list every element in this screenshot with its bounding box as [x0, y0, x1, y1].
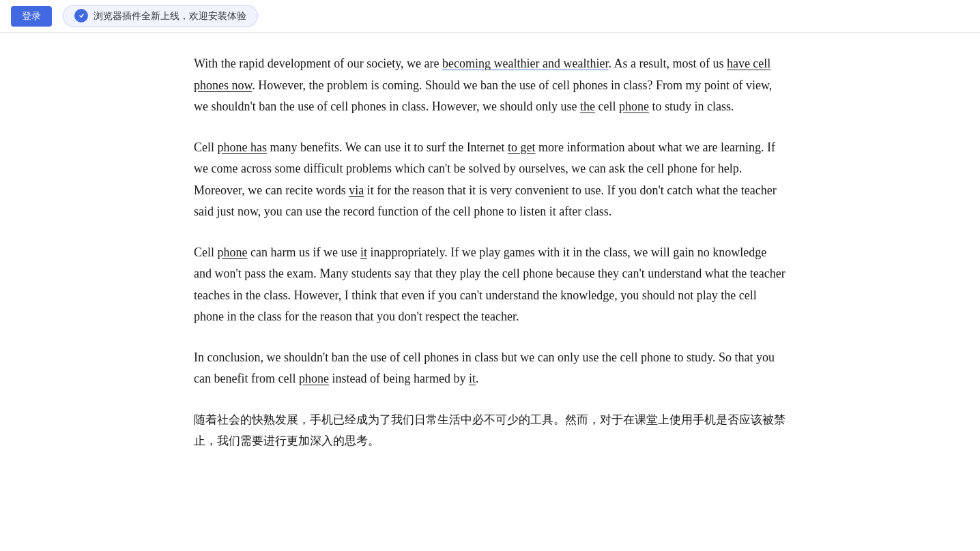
paragraph-4: In conclusion, we shouldn't ban the use … — [194, 347, 786, 390]
p4-text-3: . — [476, 372, 479, 385]
topbar: 登录 浏览器插件全新上线，欢迎安装体验 — [0, 0, 980, 33]
p1-underline-becoming: becoming wealthier and wealthier — [442, 57, 608, 70]
paragraph-5-chinese: 随着社会的快熟发展，手机已经成为了我们日常生活中必不可少的工具。然而，对于在课堂… — [194, 409, 786, 452]
p1-text-start: With the rapid development of our societ… — [194, 57, 442, 70]
plugin-notice-banner[interactable]: 浏览器插件全新上线，欢迎安装体验 — [63, 5, 258, 28]
p3-text-start: Cell — [194, 245, 218, 259]
p3-underline-phone: phone — [218, 245, 248, 259]
main-content: With the rapid development of our societ… — [0, 33, 980, 498]
p2-underline-via: via — [349, 183, 364, 197]
p4-underline-it: it — [469, 372, 476, 385]
p4-text-2: instead of being harmed by — [329, 372, 469, 385]
paragraph-3: Cell phone can harm us if we use it inap… — [194, 242, 786, 328]
p1-text-5: to study in class. — [649, 100, 734, 113]
p1-underline-the: the — [580, 100, 595, 113]
p3-text-2: can harm us if we use — [248, 245, 360, 259]
svg-point-0 — [78, 12, 85, 19]
login-button[interactable]: 登录 — [11, 6, 52, 27]
plugin-icon — [74, 9, 88, 23]
paragraph-1: With the rapid development of our societ… — [194, 53, 786, 118]
p1-underline-phone: phone — [619, 100, 649, 113]
p2-underline-phone-has: phone has — [218, 140, 267, 154]
p3-underline-it: it — [360, 245, 367, 259]
plugin-notice-text: 浏览器插件全新上线，欢迎安装体验 — [93, 8, 246, 25]
paragraph-2: Cell phone has many benefits. We can use… — [194, 137, 786, 223]
p4-text-start: In conclusion, we shouldn't ban the use … — [194, 351, 775, 386]
p1-text-4: cell — [595, 100, 619, 113]
p2-text-start: Cell — [194, 140, 218, 154]
p2-text-2: many benefits. We can use it to surf the… — [267, 140, 508, 154]
p2-underline-to-get: to get — [508, 140, 536, 154]
p1-text-2: . As a result, most of us — [608, 57, 727, 70]
p4-underline-phone: phone — [299, 372, 329, 385]
p5-chinese-text: 随着社会的快熟发展，手机已经成为了我们日常生活中必不可少的工具。然而，对于在课堂… — [194, 413, 786, 447]
